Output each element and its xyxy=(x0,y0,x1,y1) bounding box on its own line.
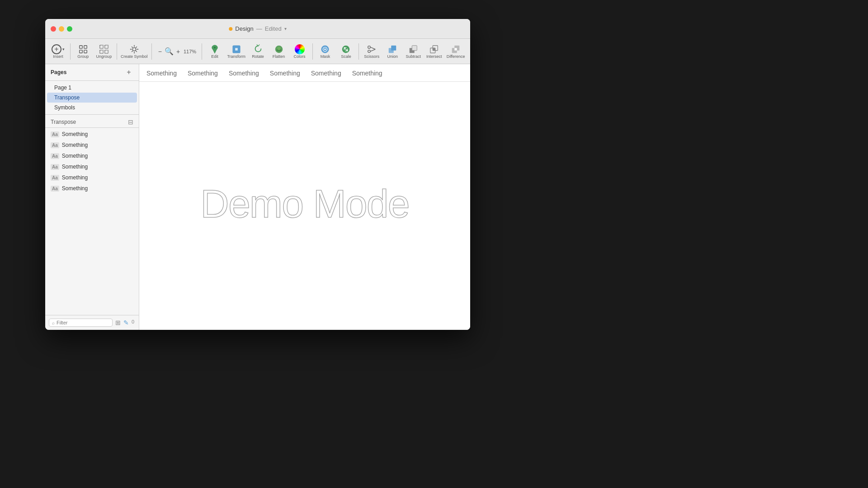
layers-edit-icon[interactable]: ✎ xyxy=(123,318,130,327)
union-button[interactable]: Union xyxy=(382,42,402,61)
difference-label: Difference xyxy=(447,54,465,59)
page-item-symbols[interactable]: Symbols xyxy=(47,103,137,113)
toolbar-separator-5 xyxy=(312,43,313,60)
group-label: Group xyxy=(77,54,89,59)
canvas-tabs: Something Something Something Something … xyxy=(139,64,470,82)
layer-label: Something xyxy=(62,153,88,159)
rotate-icon xyxy=(253,44,263,54)
edit-button[interactable]: Edit xyxy=(205,42,225,61)
layer-type-icon: Aa xyxy=(51,175,59,181)
title-subtitle: Edited xyxy=(265,25,282,32)
intersect-label: Intersect xyxy=(426,54,442,59)
scissors-button[interactable]: Scissors xyxy=(362,42,382,61)
zoom-control: − 🔍 + 117% xyxy=(155,47,199,56)
ungroup-button[interactable]: Ungroup xyxy=(94,42,114,61)
flatten-button[interactable]: Flatten xyxy=(269,42,289,61)
layers-section: Transpose ⊟ Aa Something Aa Something Aa… xyxy=(45,115,139,315)
canvas-tab-0[interactable]: Something xyxy=(146,70,177,81)
svg-rect-24 xyxy=(412,45,417,50)
colors-button[interactable]: Colors xyxy=(290,42,310,61)
svg-rect-0 xyxy=(80,45,82,48)
minimize-button[interactable] xyxy=(59,26,64,32)
svg-rect-27 xyxy=(433,48,436,51)
group-button[interactable]: Group xyxy=(73,42,93,61)
scissors-icon xyxy=(367,44,377,54)
transform-button[interactable]: Transform xyxy=(226,42,247,61)
layer-list: Aa Something Aa Something Aa Something A… xyxy=(45,128,139,195)
edit-label: Edit xyxy=(211,54,218,59)
layer-item[interactable]: Aa Something xyxy=(45,172,139,183)
traffic-lights xyxy=(51,26,72,32)
demo-mode-watermark: Demo Mode xyxy=(200,181,409,227)
canvas-tab-2[interactable]: Something xyxy=(229,70,259,81)
layer-item[interactable]: Aa Something xyxy=(45,183,139,194)
title-text: Design xyxy=(235,25,253,32)
layer-item[interactable]: Aa Something xyxy=(45,129,139,140)
mask-label: Mask xyxy=(321,54,330,59)
svg-rect-2 xyxy=(80,50,82,52)
insert-label: Insert xyxy=(53,54,63,59)
filter-input-wrap: ⌕ xyxy=(49,319,113,327)
mask-button[interactable]: Mask xyxy=(315,42,335,61)
app-window: Design — Edited ▾ + ▾ Insert Group xyxy=(45,19,470,330)
layer-item[interactable]: Aa Something xyxy=(45,150,139,161)
insert-button[interactable]: + ▾ Insert xyxy=(49,42,67,61)
main-content: Pages + Page 1 Transpose Symbols Transpo… xyxy=(45,64,470,330)
insert-chevron-icon: ▾ xyxy=(62,47,65,52)
toolbar-separator-2 xyxy=(117,43,117,60)
canvas-tab-5[interactable]: Something xyxy=(352,70,382,81)
svg-rect-7 xyxy=(105,50,108,53)
maximize-button[interactable] xyxy=(67,26,72,32)
zoom-in-button[interactable]: + xyxy=(175,47,182,56)
svg-point-19 xyxy=(368,46,371,48)
svg-point-14 xyxy=(277,47,280,50)
zoom-level[interactable]: 117% xyxy=(183,49,197,54)
svg-rect-3 xyxy=(84,50,87,52)
filter-search-icon: ⌕ xyxy=(52,320,55,325)
close-button[interactable] xyxy=(51,26,56,32)
chevron-down-icon[interactable]: ▾ xyxy=(284,26,287,31)
filter-input[interactable] xyxy=(57,320,109,325)
layer-type-icon: Aa xyxy=(51,142,59,148)
canvas-tab-3[interactable]: Something xyxy=(270,70,300,81)
layer-item[interactable]: Aa Something xyxy=(45,161,139,172)
ungroup-label: Ungroup xyxy=(96,54,112,59)
pages-title: Pages xyxy=(51,69,66,75)
difference-icon xyxy=(451,44,461,54)
rotate-button[interactable]: Rotate xyxy=(248,42,268,61)
layer-type-icon: Aa xyxy=(51,131,59,137)
rotate-label: Rotate xyxy=(252,54,264,59)
subtract-button[interactable]: Subtract xyxy=(403,42,423,61)
page-item-page1[interactable]: Page 1 xyxy=(47,83,137,93)
create-symbol-button[interactable]: Create Symbol xyxy=(120,42,149,61)
canvas-tab-1[interactable]: Something xyxy=(188,70,218,81)
colors-label: Colors xyxy=(294,54,306,59)
union-label: Union xyxy=(387,54,398,59)
page-item-transpose[interactable]: Transpose xyxy=(47,93,137,103)
title-separator: — xyxy=(256,25,262,32)
canvas-area[interactable]: Something Something Something Something … xyxy=(139,64,470,330)
toolbar-separator-4 xyxy=(202,43,202,60)
create-symbol-icon xyxy=(129,44,139,54)
difference-button[interactable]: Difference xyxy=(445,42,467,61)
layers-collapse-button[interactable]: ⊟ xyxy=(128,118,133,126)
pages-list: Page 1 Transpose Symbols xyxy=(45,81,139,115)
zoom-out-button[interactable]: − xyxy=(156,47,164,56)
svg-rect-1 xyxy=(84,45,87,48)
svg-point-8 xyxy=(132,47,136,51)
colors-icon xyxy=(295,44,305,54)
title-bar: Design — Edited ▾ xyxy=(45,19,470,39)
layer-type-icon: Aa xyxy=(51,164,59,170)
add-page-button[interactable]: + xyxy=(124,68,133,77)
svg-point-17 xyxy=(325,48,326,50)
mask-icon xyxy=(320,44,330,54)
layer-item[interactable]: Aa Something xyxy=(45,140,139,150)
flatten-label: Flatten xyxy=(273,54,285,59)
layers-view-icon[interactable]: ⊞ xyxy=(114,318,122,327)
scale-button[interactable]: Scale xyxy=(336,42,356,61)
footer-icons: ⊞ ✎ 0 xyxy=(114,318,135,327)
canvas-tab-4[interactable]: Something xyxy=(311,70,341,81)
scale-label: Scale xyxy=(341,54,351,59)
intersect-button[interactable]: Intersect xyxy=(424,42,444,61)
subtract-label: Subtract xyxy=(406,54,421,59)
